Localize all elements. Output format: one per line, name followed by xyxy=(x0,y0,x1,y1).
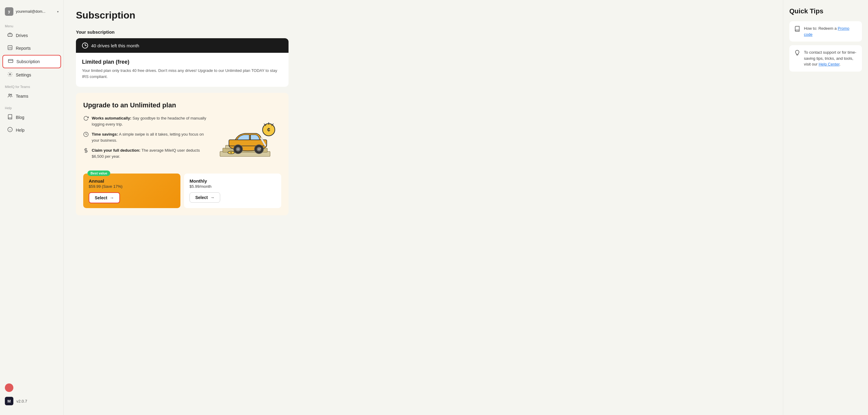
sidebar-item-teams[interactable]: Teams xyxy=(2,90,61,102)
sidebar-bottom: M v2.0.7 xyxy=(0,379,63,410)
annual-plan-option: Best value Annual $59.99 (Save 17%) Sele… xyxy=(83,174,180,208)
quick-tips-title: Quick Tips xyxy=(789,7,862,15)
monthly-select-label: Select xyxy=(195,195,208,200)
drives-icon xyxy=(7,32,13,39)
svg-point-23 xyxy=(237,148,239,150)
svg-point-11 xyxy=(11,94,12,95)
tip-book-icon xyxy=(794,26,800,33)
sidebar-item-drives[interactable]: Drives xyxy=(2,29,61,41)
feature-bold-1: Time savings: xyxy=(92,132,118,137)
user-avatar: y xyxy=(5,7,13,16)
sidebar-item-subscription-label: Subscription xyxy=(17,59,40,64)
version-info: M v2.0.7 xyxy=(0,394,63,408)
svg-point-9 xyxy=(9,74,11,75)
sidebar-item-blog[interactable]: Blog xyxy=(2,111,61,124)
help-section-label: Help xyxy=(0,103,63,111)
upgrade-title: Upgrade to an Unlimited plan xyxy=(83,101,281,109)
sidebar-item-teams-label: Teams xyxy=(16,94,28,99)
svg-rect-19 xyxy=(229,140,267,146)
monthly-plan-price: $5.99/month xyxy=(189,184,276,189)
monthly-select-button[interactable]: Select → xyxy=(189,192,220,203)
profile-avatar xyxy=(5,383,13,392)
upgrade-content: Works automatically: Say goodbye to the … xyxy=(83,115,281,166)
svg-point-2 xyxy=(11,36,11,37)
dollar-icon xyxy=(83,148,89,154)
feature-text-2: Claim your full deduction: The average M… xyxy=(92,147,208,159)
tip-card-1: To contact support or for time-saving ti… xyxy=(789,45,862,72)
sidebar-item-settings-label: Settings xyxy=(16,72,31,77)
annual-plan-price: $59.99 (Save 17%) xyxy=(89,184,175,189)
drives-banner: 40 drives left this month xyxy=(76,38,288,53)
settings-icon xyxy=(7,72,13,78)
user-email: youremail@dom... xyxy=(16,9,55,14)
sidebar-item-reports[interactable]: Reports xyxy=(2,42,61,54)
plan-options: Best value Annual $59.99 (Save 17%) Sele… xyxy=(83,174,281,208)
monthly-select-arrow: → xyxy=(210,195,214,200)
plan-desc: Your limited plan only tracks 40 free dr… xyxy=(82,68,282,79)
user-menu[interactable]: y youremail@dom... ▾ xyxy=(0,5,63,21)
upgrade-card: Upgrade to an Unlimited plan Works autom… xyxy=(76,93,288,215)
svg-rect-0 xyxy=(8,34,12,36)
sidebar: y youremail@dom... ▾ Menu Drives Reports xyxy=(0,0,64,415)
auto-icon xyxy=(83,115,89,122)
upgrade-features: Works automatically: Say goodbye to the … xyxy=(83,115,208,164)
sidebar-item-settings[interactable]: Settings xyxy=(2,69,61,81)
plan-info: Limited plan (free) Your limited plan on… xyxy=(76,53,288,87)
drives-banner-text: 40 drives left this month xyxy=(91,43,139,48)
your-subscription-label: Your subscription xyxy=(76,29,771,35)
tip-text-0: How to: Redeem a Promo code xyxy=(804,26,857,37)
svg-point-26 xyxy=(258,148,260,150)
subscription-icon xyxy=(8,58,13,65)
car-illustration: ¢ ¢ xyxy=(214,115,281,166)
blog-icon xyxy=(7,114,13,121)
best-value-badge: Best value xyxy=(88,171,110,176)
help-center-link[interactable]: Help Center xyxy=(818,62,839,66)
monthly-plan-name: Monthly xyxy=(189,178,276,183)
sidebar-item-reports-label: Reports xyxy=(16,46,31,51)
user-avatar-bottom xyxy=(0,381,63,394)
sidebar-item-blog-label: Blog xyxy=(16,115,24,120)
tip-bulb-icon xyxy=(794,50,800,57)
svg-point-10 xyxy=(9,94,10,96)
tip-text-1: To contact support or for time-saving ti… xyxy=(804,49,857,67)
feature-bold-0: Works automatically: xyxy=(92,116,131,120)
annual-plan-name: Annual xyxy=(89,178,175,183)
svg-text:¢: ¢ xyxy=(230,151,232,154)
feature-text-1: Time savings: A simple swipe is all it t… xyxy=(92,131,208,143)
sidebar-item-help-label: Help xyxy=(16,128,25,133)
svg-rect-7 xyxy=(8,60,13,63)
feature-item-0: Works automatically: Say goodbye to the … xyxy=(83,115,208,127)
teams-section-label: MileIQ for Teams xyxy=(0,81,63,90)
version-label: v2.0.7 xyxy=(17,399,27,404)
annual-select-label: Select xyxy=(95,195,107,200)
sidebar-item-help[interactable]: Help xyxy=(2,124,61,136)
tip-card-0: How to: Redeem a Promo code xyxy=(789,21,862,41)
mileiq-logo: M xyxy=(5,397,13,405)
page-title: Subscription xyxy=(76,10,771,21)
chevron-down-icon: ▾ xyxy=(57,10,59,13)
plan-title: Limited plan (free) xyxy=(82,59,282,65)
main-content: Subscription Your subscription 40 drives… xyxy=(64,0,783,415)
annual-select-button[interactable]: Select → xyxy=(89,192,120,203)
feature-text-0: Works automatically: Say goodbye to the … xyxy=(92,115,208,127)
menu-section-label: Menu xyxy=(0,21,63,29)
feature-item-1: Time savings: A simple swipe is all it t… xyxy=(83,131,208,143)
teams-icon xyxy=(7,93,13,100)
feature-item-2: Claim your full deduction: The average M… xyxy=(83,147,208,159)
time-icon xyxy=(83,132,89,138)
monthly-plan-option: Monthly $5.99/month Select → xyxy=(184,174,281,208)
svg-text:¢: ¢ xyxy=(267,127,270,133)
sidebar-item-subscription[interactable]: Subscription xyxy=(2,55,61,68)
feature-bold-2: Claim your full deduction: xyxy=(92,148,140,152)
clock-icon xyxy=(82,42,88,48)
subscription-card: 40 drives left this month Limited plan (… xyxy=(76,38,288,87)
quick-tips-panel: Quick Tips How to: Redeem a Promo code T… xyxy=(783,0,868,415)
annual-select-arrow: → xyxy=(110,195,114,200)
svg-point-1 xyxy=(8,36,9,37)
reports-icon xyxy=(7,45,13,51)
sidebar-item-drives-label: Drives xyxy=(16,33,28,38)
help-icon xyxy=(7,127,13,134)
